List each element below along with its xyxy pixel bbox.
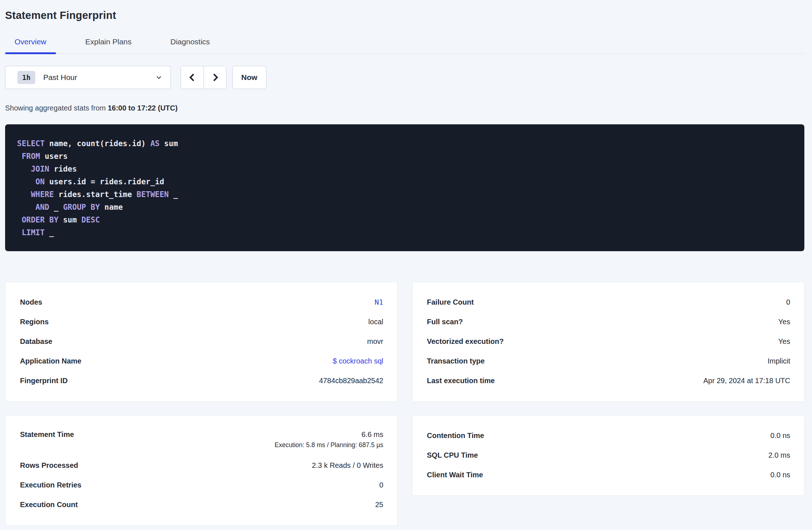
- now-button[interactable]: Now: [232, 66, 266, 89]
- table-row: Full scan? Yes: [427, 312, 791, 332]
- execution-retries-value: 0: [379, 481, 383, 489]
- tab-diagnostics[interactable]: Diagnostics: [161, 37, 220, 53]
- client-wait-time-value: 0.0 ns: [771, 471, 790, 479]
- sql-code-line: SELECT name, count(rides.id) AS sum: [17, 137, 793, 150]
- table-row: Last execution time Apr 29, 2024 at 17:1…: [427, 371, 791, 390]
- table-row: Application Name $ cockroach sql: [20, 351, 383, 371]
- row-label: Regions: [20, 318, 49, 326]
- database-value: movr: [367, 337, 383, 346]
- time-controls: 1h Past Hour Now: [5, 66, 804, 89]
- row-label: Full scan?: [427, 318, 463, 326]
- statement-time-value: 6.6 ms Execution: 5.8 ms / Planning: 687…: [274, 430, 383, 449]
- row-label: Fingerprint ID: [20, 377, 68, 385]
- sql-code-line: ON users.id = rides.rider_id: [17, 176, 793, 188]
- sql-code-line: AND _ GROUP BY name: [17, 201, 793, 214]
- chevron-down-icon: [155, 74, 162, 81]
- tab-bar: Overview Explain Plans Diagnostics: [5, 37, 804, 54]
- sql-code-line: ORDER BY sum DESC: [17, 214, 793, 226]
- full-scan-value: Yes: [778, 318, 790, 326]
- time-step-buttons: [181, 66, 226, 89]
- sql-code-line: WHERE rides.start_time BETWEEN _: [17, 188, 793, 201]
- table-row: Failure Count 0: [427, 292, 791, 312]
- table-row: Contention Time 0.0 ns: [427, 426, 791, 445]
- sql-statement-block: SELECT name, count(rides.id) AS sum FROM…: [5, 124, 804, 251]
- time-range-select[interactable]: 1h Past Hour: [5, 66, 171, 89]
- row-label: Client Wait Time: [427, 471, 483, 479]
- execution-count-value: 25: [375, 501, 383, 509]
- statement-fingerprint-page: Statement Fingerprint Overview Explain P…: [0, 9, 812, 526]
- contention-time-value: 0.0 ns: [771, 431, 790, 440]
- row-label: Vectorized execution?: [427, 337, 504, 346]
- table-row: SQL CPU Time 2.0 ms: [427, 445, 791, 465]
- aggregated-stats-line: Showing aggregated stats from 16:00 to 1…: [5, 104, 804, 112]
- sql-code-line: JOIN rides: [17, 163, 793, 176]
- table-row: Transaction type Implicit: [427, 351, 791, 371]
- row-label: Nodes: [20, 298, 42, 306]
- sql-code-line: FROM users: [17, 150, 793, 163]
- statement-timing-card: Statement Time 6.6 ms Execution: 5.8 ms …: [5, 415, 398, 526]
- rows-processed-value: 2.3 k Reads / 0 Writes: [312, 461, 383, 470]
- row-label: Failure Count: [427, 298, 474, 306]
- row-label: SQL CPU Time: [427, 451, 478, 459]
- stats-line-range: 16:00 to 17:22 (UTC): [108, 104, 177, 112]
- failure-count-value: 0: [786, 298, 790, 306]
- interval-badge: 1h: [17, 71, 35, 84]
- stats-line-prefix: Showing aggregated stats from: [5, 104, 106, 112]
- row-label: Execution Retries: [20, 481, 81, 489]
- regions-value: local: [368, 318, 383, 326]
- table-row: Rows Processed 2.3 k Reads / 0 Writes: [20, 455, 383, 475]
- table-row: Execution Retries 0: [20, 475, 383, 495]
- table-row: Nodes N1: [20, 292, 383, 312]
- time-range-label: Past Hour: [43, 73, 155, 82]
- table-row: Execution Count 25: [20, 495, 383, 514]
- row-label: Rows Processed: [20, 461, 78, 470]
- transaction-type-value: Implicit: [768, 357, 790, 365]
- nodes-link[interactable]: N1: [374, 298, 383, 306]
- row-label: Statement Time: [20, 430, 74, 439]
- table-row: Client Wait Time 0.0 ns: [427, 465, 791, 485]
- table-row: Vectorized execution? Yes: [427, 332, 791, 351]
- statement-time-main: 6.6 ms: [274, 430, 383, 439]
- summary-cards: Nodes N1 Regions local Database movr App…: [5, 282, 804, 526]
- page-title: Statement Fingerprint: [5, 9, 804, 21]
- table-row: Regions local: [20, 312, 383, 332]
- statement-details-card: Nodes N1 Regions local Database movr App…: [5, 282, 398, 402]
- vectorized-execution-value: Yes: [778, 337, 790, 346]
- row-label: Transaction type: [427, 357, 485, 365]
- tab-overview[interactable]: Overview: [5, 37, 56, 53]
- row-label: Contention Time: [427, 431, 484, 440]
- previous-interval-button[interactable]: [181, 66, 204, 89]
- table-row: Statement Time 6.6 ms Execution: 5.8 ms …: [20, 426, 383, 455]
- row-label: Database: [20, 337, 52, 346]
- row-label: Application Name: [20, 357, 81, 365]
- tab-explain-plans[interactable]: Explain Plans: [76, 37, 141, 53]
- next-interval-button[interactable]: [204, 66, 226, 89]
- table-row: Database movr: [20, 332, 383, 351]
- table-row: Fingerprint ID 4784cb829aab2542: [20, 371, 383, 390]
- row-label: Execution Count: [20, 501, 78, 509]
- sql-code-line: LIMIT _: [17, 226, 793, 239]
- row-label: Last execution time: [427, 377, 495, 385]
- chevron-right-icon: [210, 73, 220, 82]
- chevron-left-icon: [188, 73, 197, 82]
- fingerprint-id-value: 4784cb829aab2542: [319, 377, 383, 385]
- wait-timing-card: Contention Time 0.0 ns SQL CPU Time 2.0 …: [412, 415, 805, 496]
- execution-attributes-card: Failure Count 0 Full scan? Yes Vectorize…: [412, 282, 805, 402]
- sql-cpu-time-value: 2.0 ms: [768, 451, 790, 459]
- application-name-link[interactable]: $ cockroach sql: [333, 357, 383, 365]
- last-execution-time-value: Apr 29, 2024 at 17:18 UTC: [703, 377, 790, 385]
- statement-time-breakdown: Execution: 5.8 ms / Planning: 687.5 µs: [274, 441, 383, 449]
